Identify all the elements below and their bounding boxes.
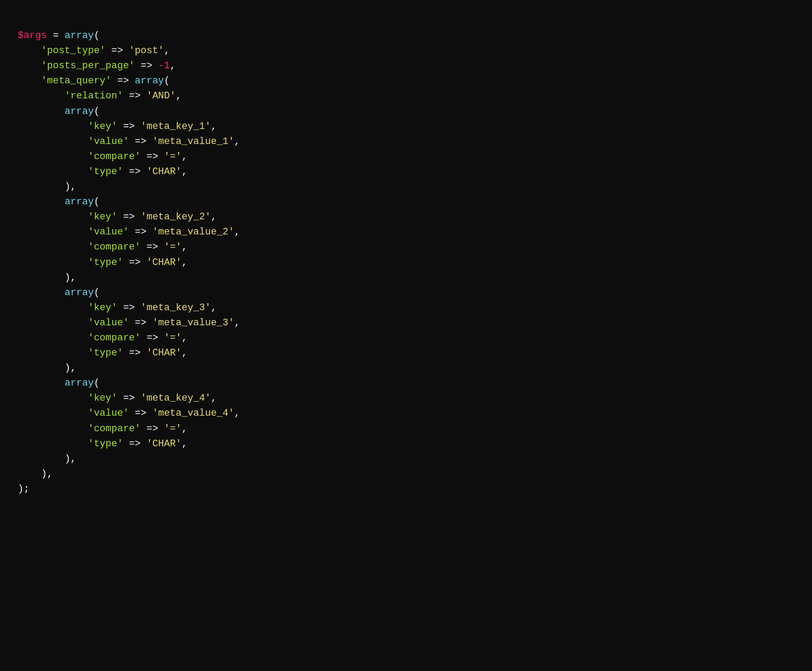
code-line: $args = array(: [18, 28, 794, 43]
code-token: 'meta_value_4': [152, 408, 234, 419]
code-token: 'key': [88, 302, 117, 313]
code-token: =>: [141, 242, 164, 253]
code-token: [18, 378, 65, 389]
code-token: =>: [105, 45, 129, 56]
code-token: (: [94, 287, 100, 298]
code-token: =>: [129, 317, 152, 328]
code-token: array: [65, 30, 94, 41]
code-line: 'type' => 'CHAR',: [18, 346, 794, 361]
code-line: 'key' => 'meta_key_4',: [18, 391, 794, 406]
code-line: 'relation' => 'AND',: [18, 89, 794, 104]
code-token: ,: [182, 166, 187, 177]
code-token: =>: [117, 121, 141, 132]
code-token: [18, 226, 88, 238]
code-editor: $args = array( 'post_type' => 'post', 'p…: [18, 13, 794, 497]
code-token: =>: [111, 75, 135, 86]
code-token: [18, 408, 88, 419]
code-token: 'compare': [88, 242, 141, 253]
code-token: 'value': [88, 317, 129, 328]
code-token: [18, 393, 88, 404]
code-token: (: [94, 30, 100, 41]
code-token: ,: [182, 332, 187, 343]
code-token: =>: [123, 438, 147, 449]
code-token: ,: [211, 211, 217, 222]
code-line: 'compare' => '=',: [18, 149, 794, 164]
code-line: 'meta_query' => array(: [18, 74, 794, 89]
code-token: ,: [182, 242, 187, 253]
code-token: 'CHAR': [146, 438, 181, 449]
code-token: [18, 287, 65, 298]
code-token: [18, 211, 88, 222]
code-token: [18, 45, 41, 56]
code-token: [18, 151, 88, 162]
code-token: [18, 181, 65, 192]
code-token: 'CHAR': [146, 257, 181, 268]
code-token: =>: [123, 90, 147, 101]
code-token: [18, 423, 88, 434]
code-token: 'meta_value_3': [152, 317, 234, 328]
code-token: -1: [158, 60, 170, 71]
code-token: 'value': [88, 226, 129, 238]
code-token: array: [65, 378, 94, 389]
code-line: 'value' => 'meta_value_2',: [18, 225, 794, 240]
code-token: 'key': [88, 121, 117, 132]
code-token: ),: [65, 272, 76, 283]
code-token: ,: [182, 151, 187, 162]
code-token: [18, 332, 88, 343]
code-line: 'compare' => '=',: [18, 331, 794, 346]
code-token: 'type': [88, 257, 123, 268]
code-line: );: [18, 482, 794, 497]
code-token: 'meta_key_1': [141, 121, 211, 132]
code-token: [18, 242, 88, 253]
code-token: =>: [129, 408, 152, 419]
code-token: [18, 75, 41, 86]
code-token: 'type': [88, 438, 123, 449]
code-token: 'CHAR': [146, 347, 181, 359]
code-token: 'value': [88, 136, 129, 147]
code-token: 'post': [129, 45, 164, 56]
code-line: array(: [18, 285, 794, 300]
code-token: 'meta_query': [41, 75, 111, 86]
code-token: =>: [129, 226, 152, 238]
code-line: array(: [18, 104, 794, 119]
code-token: [18, 257, 88, 268]
code-token: 'meta_key_2': [141, 211, 211, 222]
code-token: ,: [234, 226, 240, 238]
code-token: ,: [182, 257, 187, 268]
code-token: 'key': [88, 393, 117, 404]
code-token: (: [94, 196, 100, 207]
code-token: ,: [211, 121, 217, 132]
code-token: =>: [117, 393, 141, 404]
code-token: ,: [170, 60, 176, 71]
code-line: 'type' => 'CHAR',: [18, 437, 794, 452]
code-line: array(: [18, 376, 794, 391]
code-token: [18, 302, 88, 313]
code-line: 'value' => 'meta_value_1',: [18, 134, 794, 149]
code-token: =>: [123, 257, 147, 268]
code-token: ,: [182, 438, 187, 449]
code-line: 'key' => 'meta_key_2',: [18, 210, 794, 225]
code-token: ),: [65, 363, 76, 374]
code-token: (: [94, 106, 100, 117]
code-token: ,: [211, 302, 217, 313]
code-token: 'type': [88, 166, 123, 177]
code-line: 'value' => 'meta_value_3',: [18, 316, 794, 331]
code-token: (: [164, 75, 170, 86]
code-token: ,: [234, 317, 240, 328]
code-line: array(: [18, 195, 794, 210]
code-token: =>: [135, 60, 158, 71]
code-token: ,: [234, 136, 240, 147]
code-line: 'posts_per_page' => -1,: [18, 59, 794, 74]
code-line: 'key' => 'meta_key_3',: [18, 300, 794, 316]
code-token: [18, 438, 88, 449]
code-line: 'value' => 'meta_value_4',: [18, 406, 794, 421]
code-token: 'meta_value_2': [152, 226, 234, 238]
code-token: 'posts_per_page': [41, 60, 135, 71]
code-token: [18, 166, 88, 177]
code-line: 'type' => 'CHAR',: [18, 164, 794, 179]
code-token: array: [65, 196, 94, 207]
code-line: 'compare' => '=',: [18, 421, 794, 437]
code-token: '=': [164, 242, 182, 253]
code-token: [18, 121, 88, 132]
code-token: =>: [141, 423, 164, 434]
